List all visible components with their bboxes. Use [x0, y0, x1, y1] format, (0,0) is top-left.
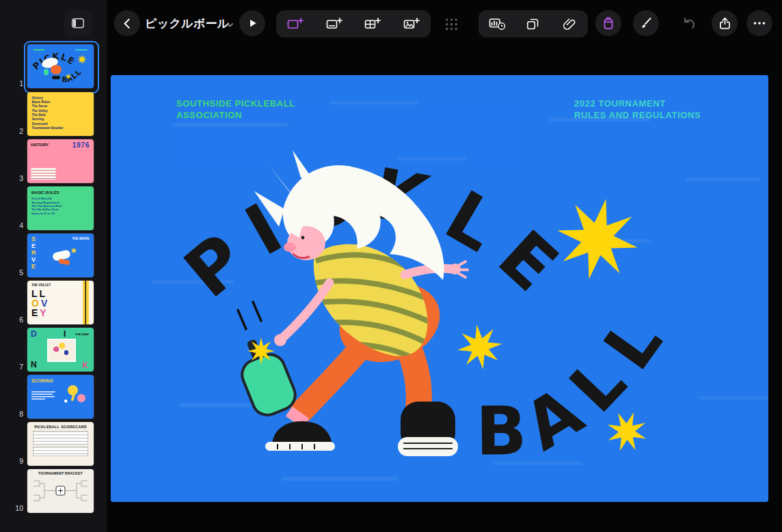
association-text[interactable]: SOUTHSIDE PICKLEBALL ASSOCIATION [176, 98, 295, 121]
chart-timer-icon [488, 16, 506, 32]
slide-number: 8 [0, 410, 23, 418]
slide-number: 5 [0, 268, 23, 277]
back-button[interactable] [114, 10, 140, 36]
add-text-box-button[interactable] [319, 12, 349, 36]
star-icon [70, 247, 77, 254]
insert-toolbar-group [276, 10, 431, 38]
play-icon [245, 16, 259, 30]
brush-icon [638, 16, 653, 31]
slide-number: 3 [0, 174, 23, 182]
slide-number: 1 [0, 79, 23, 87]
rehearse-button[interactable] [482, 12, 512, 36]
agenda-list: HistoryBasic Rules The ServeThe Volley T… [27, 92, 94, 136]
slide-thumbnail-6[interactable]: 6 THE VOLLEY LL OV EY [0, 281, 107, 324]
slide-thumbnail-9[interactable]: 9 PICKLEBALL SCORECARD [0, 422, 107, 466]
scorecard-table [33, 447, 88, 456]
tournament-text[interactable]: 2022 TOURNAMENT RULES AND REGULATIONS [574, 98, 701, 121]
bracket-diagram [31, 477, 90, 506]
undo-button[interactable] [673, 12, 703, 35]
slide-number: 9 [0, 457, 23, 465]
ellipsis-icon [752, 16, 767, 31]
year-label: 1976 [72, 141, 90, 150]
tools-toolbar-group [478, 10, 588, 38]
add-photo-icon [403, 16, 420, 32]
slide-artwork: PICKLE BALL [111, 75, 768, 502]
thumb-title: BASIC RULES [31, 190, 94, 195]
sidebar-toggle-button[interactable] [64, 10, 92, 37]
chevron-left-icon [120, 16, 135, 31]
add-media-button[interactable] [396, 12, 427, 36]
slide-thumbnail-8[interactable]: 8 SCORING [0, 375, 107, 419]
sidebar-icon [70, 16, 85, 31]
add-text-box-icon [325, 16, 343, 32]
grid-dots-icon [444, 16, 459, 32]
thumb-title: THE DINK [75, 333, 89, 336]
slide-navigator: 1 PICKLE BALL [0, 0, 107, 532]
play-button[interactable] [239, 10, 265, 36]
sneaker-back [398, 402, 458, 456]
slide-thumbnail-10[interactable]: 10 TOURNAMENT BRACKET [0, 469, 107, 513]
more-button[interactable] [746, 10, 772, 36]
thumb-title: PICKLEBALL SCORECARD [27, 425, 94, 429]
scorecard-table [33, 431, 88, 445]
attachment-button[interactable] [554, 12, 584, 36]
slide-number: 7 [0, 363, 23, 371]
add-slide-button[interactable] [280, 12, 310, 36]
rules-list: Out-of-BoundsServing Regulations The Two… [31, 197, 94, 215]
add-table-button[interactable] [358, 12, 388, 36]
share-button[interactable] [712, 10, 738, 36]
copy-style-button[interactable] [518, 12, 548, 36]
slide-number: 6 [0, 316, 23, 324]
styles-button[interactable] [595, 10, 621, 36]
thumbnail-art-title-slide[interactable]: PICKLE BALL [27, 44, 94, 88]
mini-title-art: PICKLE BALL [27, 44, 94, 88]
ball-star [247, 337, 275, 365]
add-slide-icon [286, 16, 304, 32]
big-letters: LL OV EY [31, 289, 49, 318]
thumb-title: THE VOLLEY [31, 283, 51, 287]
overlapping-squares-icon [525, 16, 541, 32]
document-title[interactable]: ピックルボール [145, 16, 230, 31]
text-block [31, 168, 56, 180]
add-table-icon [364, 16, 381, 32]
slide-thumbnail-2[interactable]: 2 HistoryBasic Rules The ServeThe Volley… [0, 92, 107, 136]
photo-box [47, 339, 76, 362]
toolbar: ピックルボール [0, 0, 782, 48]
paint-jar-icon [600, 15, 617, 31]
share-icon [718, 16, 732, 31]
slide-number: 2 [0, 127, 23, 135]
slide-thumbnail-3[interactable]: 3 HISTORY 1976 [0, 139, 107, 183]
undo-icon [680, 15, 697, 32]
slide-thumbnail-7[interactable]: 7 D I N K THE DINK [0, 328, 107, 372]
thumb-title: HISTORY [31, 142, 49, 147]
slide-number: 10 [0, 504, 23, 512]
grid-view-button[interactable] [436, 12, 466, 36]
slide-number: 4 [0, 221, 23, 229]
thumb-title: SCORING [31, 378, 53, 384]
slide-thumbnail-5[interactable]: 5 S E R V E THE SERVE [0, 234, 107, 277]
vertical-word: S E R V E [31, 236, 36, 270]
chevron-down-icon [226, 20, 234, 29]
paperclip-icon [562, 16, 577, 31]
retouch-button[interactable] [633, 10, 659, 36]
slide-thumbnail-4[interactable]: 4 BASIC RULES Out-of-BoundsServing Regul… [0, 186, 107, 230]
thumb-title: THE SERVE [72, 237, 90, 240]
slide-thumbnail-1[interactable]: 1 PICKLE BALL [0, 44, 107, 88]
app-window: { "toolbar": { "title": "ピックルボール" }, "si… [0, 0, 782, 532]
title-menu-button[interactable] [226, 20, 234, 32]
slide-canvas[interactable]: PICKLE BALL [111, 75, 768, 502]
thumb-title: TOURNAMENT BRACKET [27, 471, 94, 475]
